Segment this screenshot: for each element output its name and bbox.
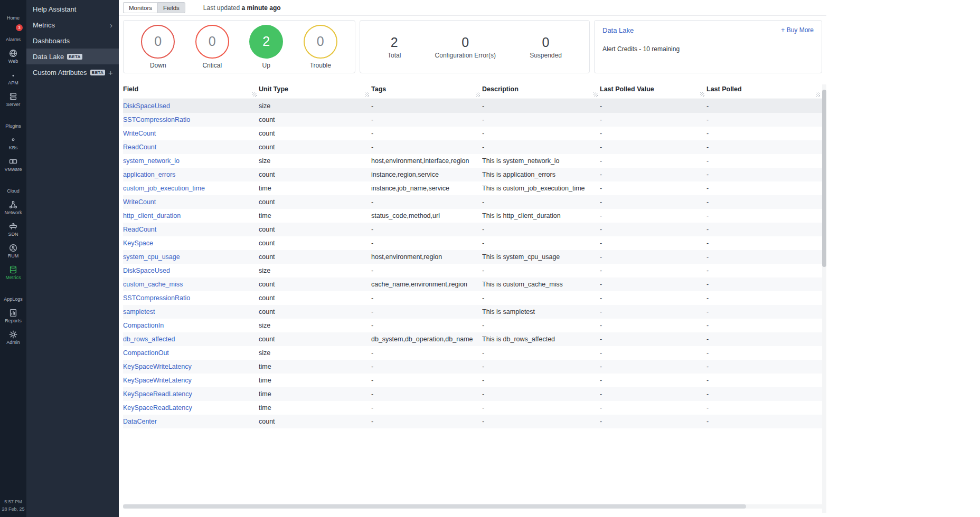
external-link-icon[interactable]: M8.5 4.5H4v11.5h11.5V11M11.5 3H17v5.5M17… (173, 103, 180, 109)
column-header-tags[interactable]: Tags (371, 80, 482, 99)
rail-item-apm[interactable]: M4 14a7 7 0 1 1 12 0M10 11l3.5-3.5 APM (0, 67, 26, 89)
column-resize-handle[interactable] (816, 92, 820, 97)
last-polled-cell: - (706, 168, 822, 181)
table-row: custom_cache_miss count cache_name,envir… (123, 277, 822, 291)
field-link[interactable]: DiskSpaceUsed (123, 267, 170, 274)
sidebar-item-help-assistant[interactable]: Help Assistant (26, 1, 119, 17)
share-icon[interactable]: M3 16.5c1.2-5 5.5-7.3 10-7.3V5.5l5 5.8-5… (812, 3, 821, 12)
rail-item-metrics[interactable]: Metrics (0, 262, 26, 283)
unit-type-cell: count (259, 332, 371, 346)
beta-badge: BETA (67, 54, 82, 60)
rail-item-kbs[interactable]: M10 2.5l6.3 3.6v7.3L10 17l-6.3-3.6V6.1z … (0, 132, 26, 154)
vertical-scrollbar[interactable] (822, 84, 826, 513)
field-link[interactable]: KeySpaceReadLatency (123, 390, 192, 398)
field-link[interactable]: DiskSpaceUsedM8.5 4.5H4v11.5h11.5V11M11.… (123, 102, 180, 110)
column-resize-handle[interactable] (476, 92, 480, 97)
field-link[interactable]: CompactionIn (123, 322, 164, 329)
field-link[interactable]: custom_cache_miss (123, 281, 183, 288)
document-icon: M6 2.5h6l3 3v12H6zM8.3 9h5M8.3 12h5M8.3 … (8, 286, 18, 296)
field-link[interactable]: ReadCount (123, 226, 156, 233)
rail-item-web[interactable]: Web (0, 45, 26, 67)
sidebar-item-custom-attributes[interactable]: Custom Attributes BETA + (26, 64, 119, 80)
buy-more-link[interactable]: + Buy More (781, 26, 814, 34)
refresh-icon[interactable]: M16.2 10a6.2 6.2 0 1 1-1.9-4.5M16.2 2.8v… (192, 4, 200, 12)
rail-item-admin[interactable]: Admin (0, 327, 26, 348)
unit-type-cell: size (259, 264, 371, 277)
rail-item-rum[interactable]: RUM (0, 240, 26, 262)
summary-cards: 0 Down 0 Critical 2 Up 0 Trouble 2 Total… (119, 16, 826, 78)
column-resize-handle[interactable] (700, 92, 704, 97)
vertical-scrollbar-thumb[interactable] (822, 90, 826, 267)
field-link[interactable]: KeySpace (123, 240, 153, 247)
table-row: CompactionOut size - - - - (123, 346, 822, 360)
rail-item-network[interactable]: Network (0, 197, 26, 218)
unit-type-cell: time (259, 360, 371, 374)
unit-type-cell: time (259, 374, 371, 387)
monitor-status-card: 0 Down 0 Critical 2 Up 0 Trouble (123, 20, 355, 73)
sidebar-item-dashboards[interactable]: Dashboards (26, 33, 119, 49)
chevron-right-icon[interactable]: › (110, 21, 112, 29)
unit-type-cell: time (259, 181, 371, 195)
description-cell: - (482, 346, 600, 360)
field-link[interactable]: ReadCount (123, 143, 156, 151)
column-resize-handle[interactable] (365, 92, 369, 97)
field-link[interactable]: SSTCompressionRatio (123, 294, 190, 302)
field-link[interactable]: KeySpaceWriteLatency (123, 377, 192, 384)
tags-cell: - (371, 264, 482, 277)
field-link[interactable]: WriteCount (123, 198, 156, 206)
secondary-nav: Help Assistant Metrics › Dashboards Data… (26, 0, 119, 517)
rail-item-reports[interactable]: Reports (0, 305, 26, 327)
sidebar-item-data-lake[interactable]: Data Lake BETA (26, 49, 119, 64)
column-header-last-polled-value[interactable]: Last Polled Value (600, 80, 706, 99)
field-link[interactable]: db_rows_affected (123, 336, 175, 343)
column-resize-handle[interactable] (252, 92, 257, 97)
field-link[interactable]: KeySpaceWriteLatency (123, 363, 192, 370)
vmware-icon (8, 157, 18, 166)
field-link[interactable]: system_network_io (123, 157, 180, 165)
rail-item-vmware[interactable]: VMware (0, 154, 26, 175)
tags-cell: db_system,db_operation,db_name (371, 332, 482, 346)
rail-item-home[interactable]: M3 10 10 3l7 7M5 9v8h4v-5h2v5h4V9 Home (0, 2, 26, 24)
rail-item-applogs[interactable]: M6 2.5h6l3 3v12H6zM8.3 9h5M8.3 12h5M8.3 … (0, 283, 26, 305)
last-polled-cell: - (706, 346, 822, 360)
tags-cell: - (371, 236, 482, 250)
table-row: custom_job_execution_time time instance,… (123, 181, 822, 195)
add-icon[interactable]: + (108, 69, 113, 76)
field-link[interactable]: SSTCompressionRatio (123, 116, 190, 123)
field-link[interactable]: KeySpaceReadLatency (123, 404, 192, 411)
table-row: application_errors count instance,region… (123, 168, 822, 181)
last-polled-cell: - (706, 305, 822, 319)
rail-item-plugins[interactable]: M7 3v4M13 3v4M5.5 7h9v2.5a4.5 4.5 0 0 1-… (0, 110, 26, 132)
count-item-total: 2 Total (388, 35, 401, 59)
monitors-toggle-button[interactable]: Monitors (123, 2, 157, 13)
column-header-last-polled[interactable]: Last Polled (706, 80, 822, 99)
field-link[interactable]: http_client_duration (123, 212, 181, 219)
external-link-icon: M8.5 4.5H4v11.5h11.5V11M11.5 3H17v5.5M17… (636, 27, 643, 34)
column-header-description[interactable]: Description (482, 80, 600, 99)
last-polled-value-cell: - (600, 99, 706, 113)
rail-item-server[interactable]: Server (0, 89, 26, 110)
fields-toggle-button[interactable]: Fields (157, 2, 185, 13)
rail-item-alarms[interactable]: M10 3a4.5 4.5 0 0 0-4.5 4.5V11l-1.7 2.6h… (0, 24, 26, 45)
data-lake-link[interactable]: Data Lake M8.5 4.5H4v11.5h11.5V11M11.5 3… (602, 26, 643, 34)
last-polled-value-cell: - (600, 195, 706, 209)
fields-table-body: DiskSpaceUsedM8.5 4.5H4v11.5h11.5V11M11.… (123, 99, 822, 428)
field-link[interactable]: DataCenter (123, 418, 157, 425)
unit-type-cell: size (259, 319, 371, 332)
field-link[interactable]: application_errors (123, 171, 175, 178)
field-link[interactable]: custom_job_execution_time (123, 185, 205, 192)
field-link[interactable]: WriteCount (123, 130, 156, 137)
field-link[interactable]: sampletest (123, 308, 155, 315)
field-link[interactable]: system_cpu_usage (123, 253, 180, 261)
column-header-unit-type[interactable]: Unit Type (259, 80, 371, 99)
horizontal-scrollbar-thumb[interactable] (123, 504, 746, 509)
column-resize-handle[interactable] (593, 92, 598, 97)
column-header-field[interactable]: Field (123, 80, 259, 99)
last-polled-cell: - (706, 236, 822, 250)
horizontal-scrollbar[interactable] (123, 504, 822, 509)
field-link[interactable]: CompactionOut (123, 349, 169, 357)
rail-item-sdn[interactable]: SDN (0, 218, 26, 240)
sidebar-item-metrics[interactable]: Metrics › (26, 17, 119, 33)
table-row: DiskSpaceUsed size - - - - (123, 264, 822, 277)
rail-item-cloud[interactable]: M6 15a4 4 0 1 1 .6-7.96A5 5 0 0 1 16.2 9… (0, 175, 26, 197)
